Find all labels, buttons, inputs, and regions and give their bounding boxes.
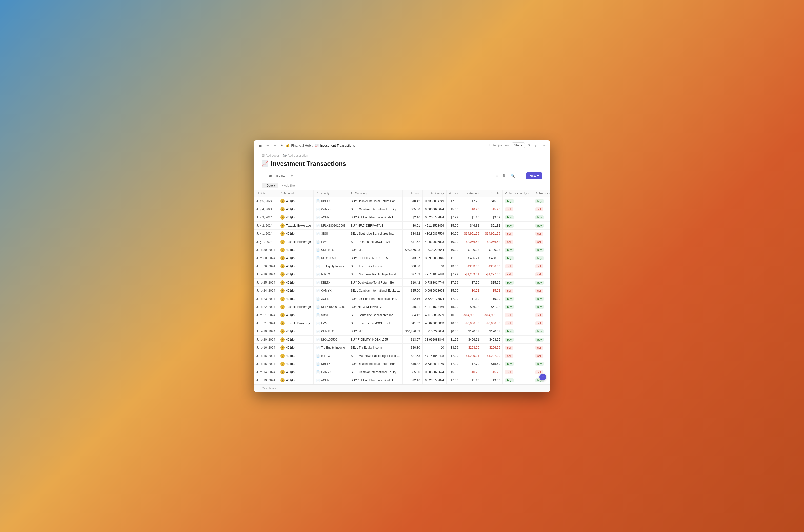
toolbar-right: ≡ ⇅ 🔍 ··· New ▾ [494, 172, 542, 179]
account-icon: 💰 [280, 248, 285, 252]
col-date[interactable]: ☐Date [254, 190, 278, 197]
table-row[interactable]: June 26, 2024 💰 401(k) 📄 Trp Equity Inco… [254, 262, 550, 270]
cell-account: 💰 401(k) [278, 335, 314, 343]
cell-price: $20.30 [402, 343, 422, 352]
cell-quantity: 0.5208777874 [422, 213, 447, 221]
menu-button[interactable]: ☰ [258, 142, 263, 148]
view-icon: ⊞ [264, 174, 267, 178]
more-toolbar-button[interactable]: ··· [518, 173, 524, 179]
edited-status: Edited just now [489, 144, 509, 147]
table-row[interactable]: June 21, 2024 💰 Taxable Brokerage 📄 EWZ … [254, 319, 550, 327]
favorite-button[interactable]: ☆ [534, 142, 539, 148]
table-row[interactable]: June 15, 2024 💰 401(k) 📄 DBLTX BUY Doubl… [254, 360, 550, 368]
table-row[interactable]: June 30, 2024 💰 401(k) 📄 NHX105509 BUY F… [254, 254, 550, 262]
sort-button[interactable]: ⇅ [501, 173, 507, 179]
table-row[interactable]: June 16, 2024 💰 401(k) 📄 MIPTX SELL Matt… [254, 352, 550, 360]
cell-price: $2.16 [402, 376, 422, 384]
new-button[interactable]: New ▾ [526, 172, 542, 179]
breadcrumb: 💰 Financial Hub / 📈 Investment Transacti… [286, 144, 355, 147]
table-row[interactable]: June 13, 2024 💰 401(k) 📄 ACHN BUY Achill… [254, 376, 550, 384]
cell-transaction-type: buy [503, 360, 533, 368]
breadcrumb-parent[interactable]: Financial Hub [291, 144, 311, 147]
col-price[interactable]: #Price [402, 190, 422, 197]
cell-fees: $5.00 [447, 205, 461, 213]
table-row[interactable]: June 30, 2024 💰 401(k) 📄 CUR:BTC BUY BTC… [254, 246, 550, 254]
table-row[interactable]: June 24, 2024 💰 401(k) 📄 CAMYX SELL Camb… [254, 286, 550, 294]
cell-fees: $1.95 [447, 335, 461, 343]
cell-amount: $1.10 [461, 376, 482, 384]
col-account[interactable]: ↗Account [278, 190, 314, 197]
security-doc-icon: 📄 [316, 370, 320, 374]
cell-amount: $120.03 [461, 246, 482, 254]
table-row[interactable]: July 3, 2024 💰 401(k) 📄 ACHN BUY Achilli… [254, 213, 550, 221]
cell-transaction-type: sell [503, 286, 533, 294]
table-row[interactable]: July 4, 2024 💰 401(k) 📄 CAMYX SELL Cambi… [254, 205, 550, 213]
cell-summary: SELL Cambiar International Equity Instit… [348, 368, 402, 376]
col-total[interactable]: ΣTotal [482, 190, 503, 197]
transaction-type-badge: sell [505, 264, 513, 268]
col-transaction-type[interactable]: ⊙Transaction Type [503, 190, 533, 197]
add-description-link[interactable]: 💬 Add description [283, 154, 308, 157]
cell-total: -$2,066.58 [482, 319, 503, 327]
search-button[interactable]: 🔍 [509, 173, 516, 179]
cell-amount: $46.32 [461, 221, 482, 229]
account-name: 401(k) [286, 362, 295, 366]
default-view-button[interactable]: ⊞ Default view [262, 173, 287, 179]
cell-summary: BUY DoubleLine Total Return Bond Fund [348, 197, 402, 205]
share-button[interactable]: Share [512, 142, 525, 148]
security-name: Trp Equity Income [321, 265, 345, 268]
cell-transaction-type: sell [503, 238, 533, 246]
col-security[interactable]: ↗Security [314, 190, 348, 197]
cell-fees: $7.99 [447, 213, 461, 221]
table-row[interactable]: June 26, 2024 💰 401(k) 📄 MIPTX SELL Matt… [254, 270, 550, 278]
col-fees[interactable]: #Fees [447, 190, 461, 197]
cell-summary: BUY FIDELITY INDEX 1055 [348, 254, 402, 262]
more-options-button[interactable]: ··· [541, 142, 546, 148]
col-transaction-subtype[interactable]: ⊙Transaction Subtype [533, 190, 550, 197]
cell-total: $15.69 [482, 360, 503, 368]
add-view-button[interactable]: + [289, 173, 294, 178]
cell-summary: BUY NFLX DERIVATIVE [348, 303, 402, 311]
cell-transaction-subtype: buy [533, 303, 550, 311]
col-quantity[interactable]: #Quantity [422, 190, 447, 197]
account-icon: 💰 [280, 321, 285, 325]
table-row[interactable]: July 1, 2024 💰 401(k) 📄 SBSI SELL Souths… [254, 229, 550, 238]
table-row[interactable]: July 5, 2024 💰 401(k) 📄 DBLTX BUY Double… [254, 197, 550, 205]
table-row[interactable]: June 22, 2024 💰 Taxable Brokerage 📄 NFLX… [254, 303, 550, 311]
table-row[interactable]: July 2, 2024 💰 Taxable Brokerage 📄 NFLX1… [254, 221, 550, 229]
table-row[interactable]: June 14, 2024 💰 401(k) 📄 CAMYX SELL Camb… [254, 368, 550, 376]
cell-fees: $1.95 [447, 254, 461, 262]
cell-price: $25.00 [402, 286, 422, 294]
col-amount[interactable]: #Amount [461, 190, 482, 197]
security-doc-icon: 📄 [316, 265, 320, 268]
cell-total: $120.03 [482, 327, 503, 335]
cell-account: 💰 401(k) [278, 311, 314, 319]
cell-amount: -$1,289.01 [461, 270, 482, 278]
cell-summary: SELL Southside Bancshares Inc. [348, 311, 402, 319]
date-filter-chip[interactable]: ↓ Date ▾ [262, 183, 278, 188]
add-cover-link[interactable]: 🖼 Add cover [262, 154, 279, 157]
table-row[interactable]: June 20, 2024 💰 401(k) 📄 NHX105509 BUY F… [254, 335, 550, 343]
col-summary[interactable]: AaSummary [348, 190, 402, 197]
forward-button[interactable]: → [272, 142, 278, 148]
table-row[interactable]: June 21, 2024 💰 401(k) 📄 SBSI SELL South… [254, 311, 550, 319]
calculate-button[interactable]: Calculate ▾ [262, 387, 277, 390]
table-row[interactable]: July 1, 2024 💰 Taxable Brokerage 📄 EWZ S… [254, 238, 550, 246]
filter-button[interactable]: ≡ [494, 173, 499, 179]
table-row[interactable]: June 25, 2024 💰 401(k) 📄 DBLTX BUY Doubl… [254, 278, 550, 286]
table-row[interactable]: June 23, 2024 💰 401(k) 📄 ACHN BUY Achill… [254, 294, 550, 303]
cell-security: 📄 ACHN [314, 213, 348, 221]
add-row-button[interactable]: + [539, 374, 546, 380]
back-button[interactable]: ← [265, 142, 270, 148]
table-row[interactable]: June 20, 2024 💰 401(k) 📄 CUR:BTC BUY BTC… [254, 327, 550, 335]
table-row[interactable]: June 16, 2024 💰 401(k) 📄 Trp Equity Inco… [254, 343, 550, 352]
add-filter-button[interactable]: + Add filter [280, 183, 298, 188]
cell-fees: $0.00 [447, 238, 461, 246]
cell-quantity: 0.0089028674 [422, 368, 447, 376]
security-doc-icon: 📄 [316, 281, 320, 284]
cell-total: -$1,297.00 [482, 352, 503, 360]
calculate-label: Calculate [262, 387, 274, 390]
help-button[interactable]: ? [527, 142, 531, 148]
account-name: 401(k) [286, 265, 295, 268]
add-page-button[interactable]: + [280, 142, 284, 148]
